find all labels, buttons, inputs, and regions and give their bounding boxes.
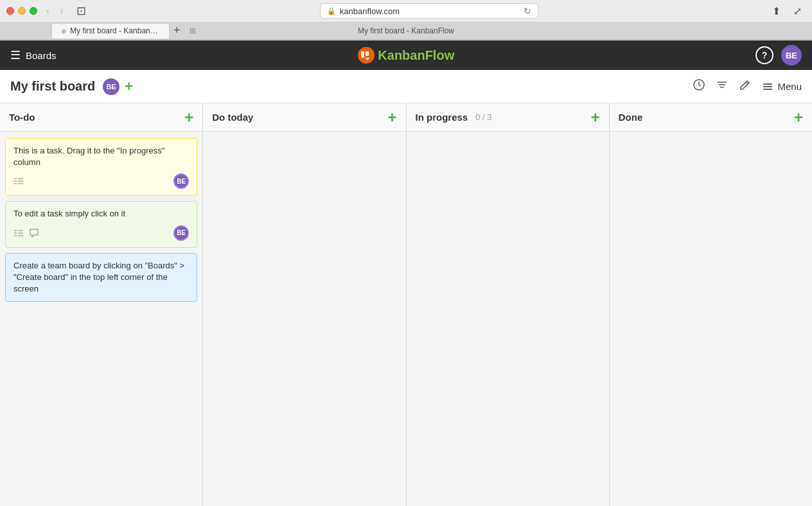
- column-todo: To-do + This is a task. Drag it to the "…: [0, 103, 203, 506]
- board-owner-avatar[interactable]: BE: [103, 78, 119, 95]
- filter-button[interactable]: [716, 78, 728, 94]
- user-avatar-button[interactable]: BE: [781, 45, 802, 65]
- filter-icon: [716, 78, 728, 91]
- column-body-todo: This is a task. Drag it to the "In progr…: [0, 132, 202, 506]
- column-header-done: Done +: [610, 103, 812, 132]
- svg-line-5: [699, 85, 701, 86]
- board-title: My first board: [10, 79, 95, 94]
- card-1-icons: [13, 176, 24, 186]
- card-3-text: Create a team board by clicking on "Boar…: [13, 260, 189, 295]
- time-tracking-button[interactable]: [693, 78, 705, 94]
- card-3[interactable]: Create a team board by clicking on "Boar…: [5, 253, 197, 302]
- column-count-in-progress: 0 / 3: [475, 112, 491, 122]
- menu-button[interactable]: Menu: [762, 81, 802, 92]
- column-title-in-progress: In progress: [416, 112, 468, 123]
- svg-rect-2: [366, 51, 369, 56]
- url-text: kanbanflow.com: [340, 6, 400, 16]
- card-2[interactable]: To edit a task simply click on it: [5, 201, 197, 247]
- back-button[interactable]: ‹: [42, 4, 53, 18]
- add-card-todo-button[interactable]: +: [184, 110, 193, 125]
- reader-button[interactable]: ⊡: [73, 3, 90, 19]
- card-2-footer: BE: [13, 225, 189, 241]
- board-body: To-do + This is a task. Drag it to the "…: [0, 103, 812, 506]
- tab-site-icon: ⊕: [61, 28, 66, 35]
- nav-right: ? BE: [755, 45, 802, 65]
- card-1[interactable]: This is a task. Drag it to the "In progr…: [5, 138, 197, 196]
- svg-line-9: [746, 82, 748, 84]
- logo-text: KanbanFlow: [378, 48, 454, 63]
- card-1-footer: BE: [13, 173, 189, 189]
- maximize-button[interactable]: [30, 7, 37, 15]
- tab-title: My first board - KanbanFlow: [358, 26, 454, 35]
- tab-label: My first board - KanbanFlow: [70, 26, 160, 35]
- share-button[interactable]: ⬆: [768, 4, 784, 19]
- logo-container: KanbanFlow: [57, 46, 755, 64]
- minimize-button[interactable]: [18, 7, 26, 15]
- forward-button[interactable]: ›: [56, 4, 67, 18]
- card-2-icons: [13, 228, 39, 238]
- add-card-do-today-button[interactable]: +: [387, 110, 396, 125]
- checklist-icon: [13, 176, 24, 186]
- board-header: My first board BE +: [0, 70, 812, 103]
- boards-label: Boards: [26, 50, 57, 61]
- logo-icon: [357, 46, 375, 64]
- boards-button[interactable]: ☰ Boards: [10, 48, 57, 62]
- bookmark-icon: ⊞: [190, 26, 196, 35]
- clock-icon: [693, 78, 705, 91]
- svg-rect-1: [361, 51, 364, 58]
- add-member-button[interactable]: +: [125, 78, 133, 95]
- pencil-icon: [739, 78, 752, 91]
- card-1-text: This is a task. Drag it to the "In progr…: [13, 145, 189, 168]
- hamburger-icon: ☰: [10, 48, 21, 62]
- column-do-today: Do today +: [203, 103, 406, 506]
- column-body-in-progress: [407, 132, 609, 506]
- active-tab[interactable]: ⊕ My first board - KanbanFlow: [51, 23, 170, 39]
- new-tab-button[interactable]: +: [170, 24, 184, 37]
- edit-button[interactable]: [739, 78, 752, 94]
- address-bar[interactable]: 🔒 kanbanflow.com ↻: [320, 3, 538, 19]
- refresh-button[interactable]: ↻: [524, 6, 531, 16]
- comment-icon: [29, 228, 39, 238]
- board-header-actions: Menu: [693, 78, 802, 94]
- column-in-progress: In progress 0 / 3 +: [407, 103, 610, 506]
- checklist-2-icon: [13, 228, 24, 238]
- menu-lines-icon: [762, 81, 773, 92]
- new-tab-fullscreen-button[interactable]: ⤢: [790, 4, 806, 19]
- card-2-avatar: BE: [173, 225, 189, 241]
- column-body-do-today: [203, 132, 405, 506]
- add-card-done-button[interactable]: +: [794, 110, 803, 125]
- column-done: Done +: [610, 103, 812, 506]
- close-button[interactable]: [6, 7, 14, 15]
- card-1-avatar: BE: [173, 173, 189, 189]
- lock-icon: 🔒: [327, 7, 336, 15]
- column-header-todo: To-do +: [0, 103, 202, 132]
- logo: KanbanFlow: [357, 46, 454, 64]
- app: ☰ Boards KanbanFlow ? BE My fi: [0, 40, 812, 506]
- column-title-todo: To-do: [9, 112, 35, 123]
- add-card-in-progress-button[interactable]: +: [591, 110, 600, 125]
- column-title-done: Done: [619, 112, 643, 123]
- top-nav: ☰ Boards KanbanFlow ? BE: [0, 40, 812, 70]
- column-header-in-progress-content: In progress 0 / 3: [416, 112, 492, 123]
- column-header-in-progress: In progress 0 / 3 +: [407, 103, 609, 132]
- column-header-do-today: Do today +: [203, 103, 405, 132]
- help-button[interactable]: ?: [755, 46, 773, 64]
- column-title-do-today: Do today: [212, 112, 253, 123]
- menu-label: Menu: [777, 81, 802, 92]
- column-body-done: [610, 132, 812, 506]
- card-2-text: To edit a task simply click on it: [13, 208, 189, 220]
